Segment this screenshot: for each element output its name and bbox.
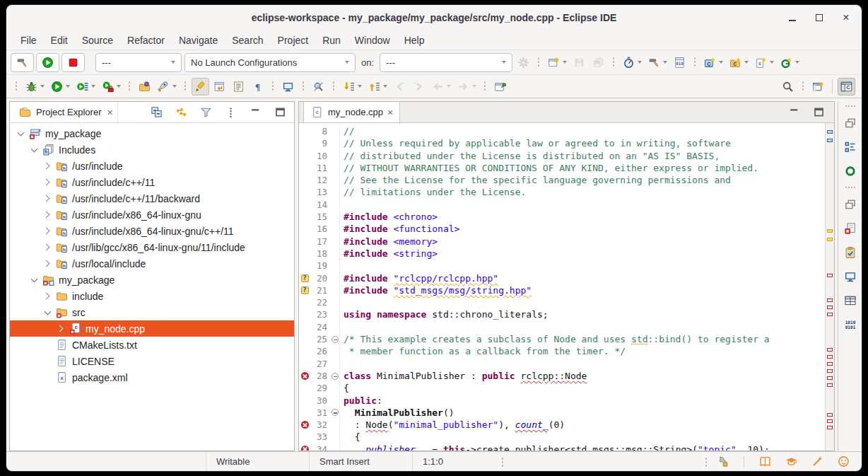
- chevron-down-icon[interactable]: [66, 85, 70, 88]
- wand-button[interactable]: [809, 453, 826, 470]
- toolbar-grip[interactable]: [271, 81, 274, 92]
- min-button[interactable]: [247, 103, 264, 121]
- max-button[interactable]: [271, 103, 289, 121]
- code-text[interactable]: public:: [340, 395, 382, 407]
- code-line-24[interactable]: 24: [299, 321, 825, 333]
- maximize-editor-button[interactable]: [810, 103, 828, 121]
- build-button[interactable]: [11, 53, 34, 72]
- tree-item-my-package[interactable]: my_package: [10, 272, 294, 288]
- toolbar-grip[interactable]: [802, 81, 804, 92]
- back-button[interactable]: [429, 78, 453, 95]
- code-text[interactable]: * member function as a callback from the…: [340, 345, 626, 357]
- chevron-collapsed-icon[interactable]: [44, 292, 52, 300]
- chevron-expanded-icon[interactable]: [17, 129, 25, 137]
- save-all-button[interactable]: [590, 54, 607, 71]
- save-button[interactable]: [570, 54, 588, 71]
- code-text[interactable]: #include <string>: [340, 248, 438, 260]
- menu-navigate[interactable]: Navigate: [172, 35, 225, 46]
- code-line-25[interactable]: 25/* This example creates a subclass of …: [299, 333, 825, 345]
- graduation-cap-button[interactable]: [782, 453, 800, 470]
- run-button[interactable]: [48, 78, 72, 95]
- last-edit-back-button[interactable]: *: [391, 78, 409, 95]
- unresolved-include-marker-icon[interactable]: ?: [301, 274, 309, 282]
- tree-item-include[interactable]: include: [10, 288, 294, 304]
- overview-ruler[interactable]: [825, 123, 834, 451]
- code-text[interactable]: /* This example creates a subclass of No…: [340, 333, 770, 345]
- error-overview-mark[interactable]: [827, 426, 833, 429]
- code-line-8[interactable]: 8//: [299, 125, 825, 137]
- chevron-collapsed-icon[interactable]: [44, 178, 52, 186]
- chevron-expanded-icon[interactable]: [30, 146, 38, 153]
- minimize-window-button[interactable]: [787, 12, 798, 23]
- toolbar-grip[interactable]: [128, 81, 131, 92]
- tree-item-src[interactable]: src: [10, 304, 294, 320]
- code-line-30[interactable]: 30public:: [299, 395, 825, 407]
- code-text[interactable]: using namespace std::chrono_literals;: [340, 308, 549, 320]
- chevron-down-icon[interactable]: [563, 61, 567, 64]
- code-text[interactable]: #include <memory>: [340, 236, 438, 248]
- code-line-10[interactable]: 10// distributed under the License is di…: [299, 150, 825, 162]
- fold-marker-icon[interactable]: [330, 333, 340, 345]
- error-overview-mark[interactable]: [827, 306, 833, 309]
- rocket-button[interactable]: [155, 78, 179, 95]
- title-bar[interactable]: eclipse-workspace - my_package/my_packag…: [6, 5, 862, 30]
- error-overview-mark[interactable]: [827, 313, 833, 316]
- assist-button[interactable]: [835, 453, 852, 470]
- chevron-collapsed-icon[interactable]: [44, 227, 52, 235]
- error-overview-mark[interactable]: [827, 298, 833, 302]
- link-editor-button[interactable]: [172, 103, 190, 121]
- code-text[interactable]: // limitations under the License.: [340, 186, 526, 198]
- stop-button[interactable]: [61, 53, 85, 72]
- close-window-button[interactable]: ×: [840, 12, 852, 23]
- code-text[interactable]: //: [340, 125, 355, 137]
- chevron-down-icon[interactable]: [358, 85, 362, 88]
- code-line-23[interactable]: 23using namespace std::chrono_literals;: [299, 308, 825, 320]
- code-line-33[interactable]: 33 {: [299, 431, 825, 443]
- code-line-31[interactable]: 31 MinimalPublisher(): [299, 407, 825, 419]
- error-overview-mark[interactable]: [827, 383, 833, 387]
- code-text[interactable]: // WITHOUT WARRANTIES OR CONDITIONS OF A…: [340, 162, 758, 174]
- tree-item-package-xml[interactable]: xpackage.xml: [10, 369, 294, 385]
- toolbar-grip[interactable]: [537, 57, 540, 68]
- tree-item-my-node-cpp[interactable]: cmy_node.cpp: [10, 320, 294, 337]
- tree-item-cmakelists-txt[interactable]: CMakeLists.txt: [10, 337, 294, 353]
- code-text[interactable]: #include "rclcpp/rclcpp.hpp": [340, 272, 498, 284]
- open-perspective-button[interactable]: [809, 78, 827, 95]
- chevron-down-icon[interactable]: [91, 85, 95, 88]
- breakpoints-view-button[interactable]: [841, 162, 859, 180]
- code-line-15[interactable]: 15#include <chrono>: [299, 211, 825, 223]
- error-overview-mark[interactable]: [827, 413, 833, 417]
- fold-marker-icon[interactable]: [330, 407, 340, 419]
- error-overview-mark[interactable]: [827, 274, 833, 277]
- chevron-down-icon[interactable]: [770, 61, 774, 64]
- code-line-28[interactable]: 28class MinimalPublisher : public rclcpp…: [299, 370, 825, 382]
- tree-item-my-package[interactable]: cmy_package: [10, 125, 294, 141]
- highlighter-button[interactable]: [192, 78, 209, 95]
- debug-button[interactable]: [23, 78, 47, 95]
- toolbar-grip[interactable]: [184, 81, 187, 92]
- build-hammer-button[interactable]: [645, 54, 669, 71]
- toolbar-grip[interactable]: [612, 57, 615, 68]
- code-line-13[interactable]: 13// limitations under the License.: [299, 186, 825, 198]
- warning-overview-mark[interactable]: [827, 130, 833, 134]
- tree-item-usr-include-c-11-backward[interactable]: h/usr/include/c++/11/backward: [10, 190, 294, 207]
- code-line-20[interactable]: ?20#include "rclcpp/rclcpp.hpp": [299, 272, 825, 284]
- restore-view-view-button[interactable]: [841, 195, 859, 213]
- code-line-27[interactable]: 27: [299, 358, 825, 370]
- maximize-window-button[interactable]: [814, 12, 825, 23]
- code-line-19[interactable]: 19: [299, 260, 825, 272]
- code-line-12[interactable]: 12// See the License for the specific la…: [299, 174, 825, 186]
- tree-item-usr-local-include[interactable]: h/usr/local/include: [10, 255, 294, 272]
- profile-button[interactable]: [620, 54, 644, 71]
- toolbar-grip[interactable]: [302, 81, 305, 92]
- launch-config-combo[interactable]: No Launch Configurations: [184, 53, 356, 72]
- new-wizard-button[interactable]: [545, 54, 569, 71]
- close-tab-icon[interactable]: ×: [387, 107, 393, 118]
- gear-button[interactable]: [515, 54, 532, 71]
- tasks-view-button[interactable]: [841, 243, 859, 261]
- forward-button[interactable]: [454, 78, 479, 95]
- chevron-collapsed-icon[interactable]: [44, 162, 52, 170]
- tab-project-explorer[interactable]: Project Explorer ×: [14, 102, 118, 122]
- error-overview-mark[interactable]: [827, 376, 833, 380]
- handle-dots-icon[interactable]: [845, 105, 856, 108]
